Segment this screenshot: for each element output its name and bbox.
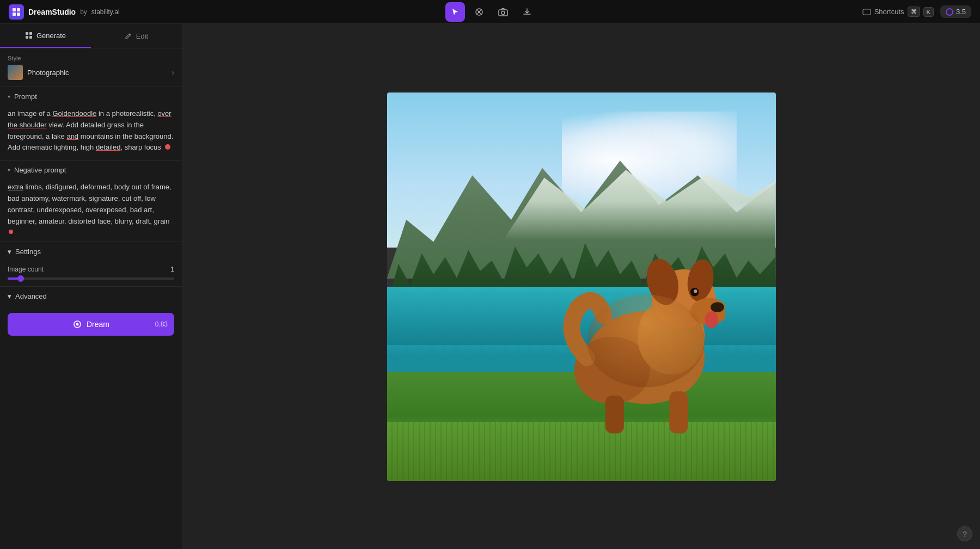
settings-section: ▾ Settings Image count 1 xyxy=(0,242,182,287)
tab-generate[interactable]: Generate xyxy=(0,24,91,48)
dog-svg xyxy=(550,189,725,442)
advanced-label: Advanced xyxy=(15,292,47,300)
image-count-row: Image count 1 xyxy=(0,261,182,286)
scene xyxy=(387,92,776,481)
advanced-header[interactable]: ▾ Advanced xyxy=(0,287,182,306)
download-tool-button[interactable] xyxy=(517,2,537,22)
prompt-prefix: an image of a xyxy=(8,109,52,118)
help-label: ? xyxy=(963,530,966,538)
prompt-section: ▾ Prompt an image of a Goldendoodle in a… xyxy=(0,87,182,161)
negative-extra: extra xyxy=(8,183,23,191)
settings-chevron-icon: ▾ xyxy=(8,248,11,256)
svg-point-7 xyxy=(501,11,505,14)
style-label: Style xyxy=(8,55,174,61)
negative-prompt-label: Negative prompt xyxy=(14,166,66,174)
svg-rect-11 xyxy=(26,36,28,39)
prompt-detailed: detailed xyxy=(96,143,121,151)
logo-icon xyxy=(9,4,24,20)
credits-badge: 3.5 xyxy=(940,5,971,18)
image-count-slider[interactable] xyxy=(8,277,174,280)
negative-prompt-text: limbs, disfigured, deformed, body out of… xyxy=(8,183,171,225)
svg-rect-12 xyxy=(29,36,32,39)
advanced-section: ▾ Advanced xyxy=(0,287,182,306)
tab-edit-label: Edit xyxy=(136,32,148,40)
sidebar: Generate Edit Style Photographic › xyxy=(0,24,182,549)
prompt-content: an image of a Goldendoodle in a photorea… xyxy=(8,109,173,151)
prompt-and: and xyxy=(66,132,78,140)
topbar-right: Shortcuts ⌘ K 3.5 xyxy=(862,5,971,18)
negative-prompt-body: extra limbs, disfigured, deformed, body … xyxy=(0,180,182,242)
svg-rect-6 xyxy=(499,10,507,16)
svg-rect-1 xyxy=(17,8,20,11)
svg-point-27 xyxy=(587,294,705,387)
svg-point-21 xyxy=(711,302,725,312)
shortcut-k-key: K xyxy=(923,7,934,17)
negative-prompt-section: ▾ Negative prompt extra limbs, disfigure… xyxy=(0,161,182,242)
prompt-header[interactable]: ▾ Prompt xyxy=(0,87,182,106)
prompt-label: Prompt xyxy=(14,92,37,101)
svg-rect-26 xyxy=(605,396,624,434)
svg-rect-8 xyxy=(863,9,871,15)
app-by: by xyxy=(80,8,87,16)
tab-generate-label: Generate xyxy=(36,32,66,40)
canvas-area: ? xyxy=(182,24,980,549)
magic-wand-tool-button[interactable] xyxy=(469,2,489,22)
prompt-goldendoodle: Goldendoodle xyxy=(52,109,96,118)
credits-value: 3.5 xyxy=(956,8,966,16)
negative-prompt-content: extra limbs, disfigured, deformed, body … xyxy=(8,182,174,235)
negative-prompt-header[interactable]: ▾ Negative prompt xyxy=(0,161,182,180)
image-count-label-row: Image count 1 xyxy=(8,266,174,273)
shortcuts-button[interactable]: Shortcuts ⌘ K xyxy=(862,7,934,17)
prompt-body: an image of a Goldendoodle in a photorea… xyxy=(0,106,182,160)
prompt-chevron-icon: ▾ xyxy=(8,94,10,100)
credits-icon xyxy=(946,8,953,16)
shortcuts-label: Shortcuts xyxy=(874,8,904,16)
dream-button-label: Dream xyxy=(87,320,109,329)
style-section: Style Photographic › xyxy=(0,48,182,87)
svg-rect-2 xyxy=(13,13,16,16)
tab-edit[interactable]: Edit xyxy=(91,24,182,48)
svg-rect-3 xyxy=(17,13,20,16)
app-name: DreamStudio xyxy=(28,8,76,16)
shortcut-cmd-key: ⌘ xyxy=(908,7,920,17)
negative-error-dot xyxy=(9,230,13,234)
settings-header[interactable]: ▾ Settings xyxy=(0,242,182,261)
svg-rect-9 xyxy=(26,32,28,35)
style-name: Photographic xyxy=(27,69,69,77)
advanced-chevron-icon: ▾ xyxy=(8,292,11,300)
dream-button[interactable]: Dream 0.83 xyxy=(8,313,174,336)
app-logo: DreamStudio by stability.ai xyxy=(9,4,120,20)
svg-point-5 xyxy=(478,11,480,13)
svg-rect-25 xyxy=(670,391,688,433)
svg-point-23 xyxy=(694,289,697,293)
sidebar-tabs: Generate Edit xyxy=(0,24,182,48)
dream-cost: 0.83 xyxy=(155,320,168,328)
style-selector[interactable]: Photographic › xyxy=(8,65,174,80)
prompt-end: , sharp focus xyxy=(120,143,161,151)
style-left: Photographic xyxy=(8,65,69,80)
chevron-right-icon: › xyxy=(171,68,174,77)
prompt-error-dot xyxy=(165,144,170,150)
svg-point-13 xyxy=(76,323,78,326)
image-count-value: 1 xyxy=(170,266,174,273)
prompt-mid1: in a photorealistic, xyxy=(96,109,157,118)
help-button[interactable]: ? xyxy=(957,526,972,541)
select-tool-button[interactable] xyxy=(445,2,465,22)
image-count-label: Image count xyxy=(8,266,44,273)
svg-point-24 xyxy=(705,311,719,328)
app-company: stability.ai xyxy=(91,8,120,16)
toolbar-center xyxy=(126,2,856,22)
svg-rect-10 xyxy=(29,32,32,35)
style-thumbnail xyxy=(8,65,23,80)
negative-prompt-chevron-icon: ▾ xyxy=(8,167,10,173)
topbar: DreamStudio by stability.ai xyxy=(0,0,980,24)
camera-tool-button[interactable] xyxy=(493,2,513,22)
main-layout: Generate Edit Style Photographic › xyxy=(0,24,980,549)
svg-rect-0 xyxy=(13,8,16,11)
slider-thumb xyxy=(17,275,24,282)
settings-label: Settings xyxy=(15,248,41,256)
generated-image xyxy=(387,92,776,481)
